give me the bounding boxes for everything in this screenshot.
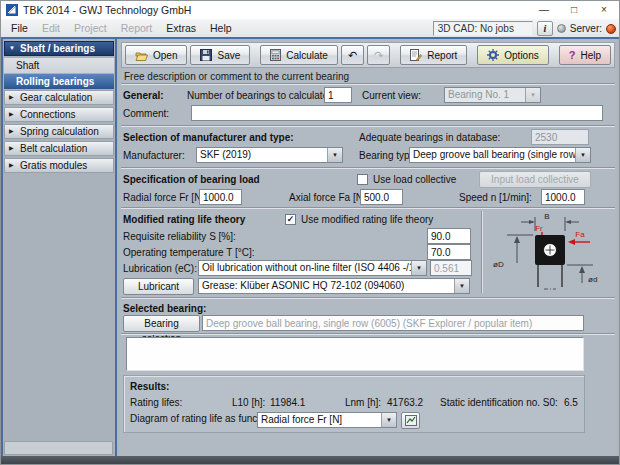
toolbar: Open Save Calculate ↶ [121,42,615,68]
sidebar-group-gratis-modules[interactable]: ▶ Gratis modules [4,158,114,173]
current-view-label: Current view: [362,87,421,104]
expanded-triangle-icon: ▼ [9,42,16,55]
collapsed-triangle-icon: ▶ [9,108,16,121]
sidebar-group-label: Belt calculation [20,142,87,155]
collapsed-triangle-icon: ▶ [9,159,16,172]
help-button-label: Help [580,50,601,61]
sidebar-group-shaft-bearings[interactable]: ▼ Shaft / bearings [4,41,114,56]
separator [121,83,615,85]
lubricant-value: Grease: Klüber ASONIC HQ 72-102 (094060) [199,279,454,293]
selection-heading: Selection of manufacturer and type: [123,129,294,146]
sidebar-group-spring-calculation[interactable]: ▶ Spring calculation [4,124,114,139]
save-button[interactable]: Save [190,45,250,65]
l10-label: L10 [h]: [232,395,265,411]
lubrication-value: Oil lubrication without on-line filter (… [199,261,411,275]
manufacturer-select[interactable]: SKF (2019) ▼ [196,147,343,163]
selected-bearing-field [202,315,584,331]
close-button[interactable]: × [589,1,619,19]
reliability-input[interactable] [427,228,471,244]
lnm-label: Lnm [h]: [345,395,381,411]
static-id-value: 6.5 [564,395,578,411]
report-button[interactable]: Report [400,45,467,65]
menu-file[interactable]: File [4,22,35,34]
speed-input[interactable] [541,189,585,205]
use-modified-rating-checkbox[interactable]: ✓ [285,214,296,225]
comment-row: Comment: [119,105,617,122]
lubrication-select[interactable]: Oil lubrication without on-line filter (… [198,260,427,276]
radial-force-input[interactable] [199,189,242,205]
lnm-value: 41763.2 [387,395,423,411]
bearing-type-select[interactable]: Deep groove ball bearing (single row) ▼ [409,147,591,163]
save-button-label: Save [217,50,240,61]
bearing-selection-button[interactable]: Bearing selection [123,315,200,332]
results-heading: Results: [130,379,169,395]
force-fa-label: Fa [575,230,585,239]
options-gear-icon [487,49,499,61]
report-document-icon [410,49,422,61]
undo-button[interactable]: ↶ [341,45,364,65]
force-fr-label: Fr [535,224,543,233]
info-button[interactable]: i [537,21,553,36]
sidebar-item-shaft[interactable]: Shaft [4,58,114,73]
cad-status-field: 3D CAD: No jobs [433,21,533,36]
status-cluster: 3D CAD: No jobs i Server: [433,20,616,37]
open-button[interactable]: Open [125,45,187,65]
sidebar-group-label: Gratis modules [20,159,87,172]
menu-project: Project [67,22,114,34]
bearings-count-input[interactable] [324,87,352,103]
calculate-button[interactable]: Calculate [260,45,338,65]
temperature-input[interactable] [427,244,471,260]
sidebar-group-belt-calculation[interactable]: ▶ Belt calculation [4,141,114,156]
manufacturer-row: Manufacturer: SKF (2019) ▼ Bearing type:… [119,147,617,164]
options-button-label: Options [504,50,538,61]
server-status-indicator [606,24,616,34]
redo-icon: ↷ [374,50,383,60]
bearing-type-value: Deep groove ball bearing (single row) [410,148,575,162]
use-modified-rating-label: Use modified rating life theory [301,211,433,228]
lubricant-select[interactable]: Grease: Klüber ASONIC HQ 72-102 (094060)… [198,278,470,294]
calculator-icon [270,49,281,61]
minimize-button[interactable]: — [529,1,559,19]
menu-extras[interactable]: Extras [159,22,203,34]
lubricant-button[interactable]: Lubricant [123,278,194,295]
use-load-collective-checkbox[interactable] [357,174,368,185]
l10-value: 11984.1 [270,395,305,411]
adequate-bearings-label: Adequate bearings in database: [359,129,500,146]
chevron-down-icon: ▼ [525,88,540,102]
main-panel: Open Save Calculate ↶ [119,39,617,456]
sidebar-group-gear-calculation[interactable]: ▶ Gear calculation [4,90,114,105]
rating-life-diagram-select[interactable]: Radial force Fr [N] ▼ [257,412,397,428]
comment-label: Comment: [123,105,169,122]
results-panel: Results: Rating lifes: L10 [h]: 11984.1 … [123,375,585,433]
sidebar-group-label: Spring calculation [20,125,99,138]
axial-force-label: Axial force Fa [N]: [289,189,368,206]
menu-help[interactable]: Help [203,22,239,34]
comment-input[interactable] [191,105,603,121]
save-floppy-icon [200,49,212,61]
selected-bearing-row: Bearing selection [119,315,617,332]
reliability-label: Requisite reliability S [%]: [123,228,236,245]
radial-force-label: Radial force Fr [N]: [123,189,207,206]
lubrication-label: Lubrication (eC): [123,260,197,277]
app-logo-icon [6,4,18,16]
sidebar-group-label: Connections [20,108,76,121]
window-controls: — □ × [529,1,619,19]
maximize-button[interactable]: □ [559,1,589,19]
manufacturer-value: SKF (2019) [197,148,327,162]
bearing-info-box [126,337,584,371]
title-bar: TBK 2014 - GWJ Technology GmbH — □ × [1,1,619,19]
options-button[interactable]: Options [477,45,548,65]
help-button[interactable]: ? Help [559,45,611,65]
server-label: Server: [570,23,602,34]
diameter-outer-label: øD [493,260,504,269]
rating-life-diagram-value: Radial force Fr [N] [258,413,381,427]
sidebar-group-connections[interactable]: ▶ Connections [4,107,114,122]
help-question-icon: ? [569,49,576,61]
sidebar-group-label: Gear calculation [20,91,92,104]
separator [121,167,615,169]
axial-force-input[interactable] [360,189,403,205]
adequate-bearings-field [531,129,589,145]
report-button-label: Report [427,50,457,61]
show-diagram-button[interactable] [401,412,420,429]
sidebar-item-rolling-bearings[interactable]: Rolling bearings [4,74,114,89]
